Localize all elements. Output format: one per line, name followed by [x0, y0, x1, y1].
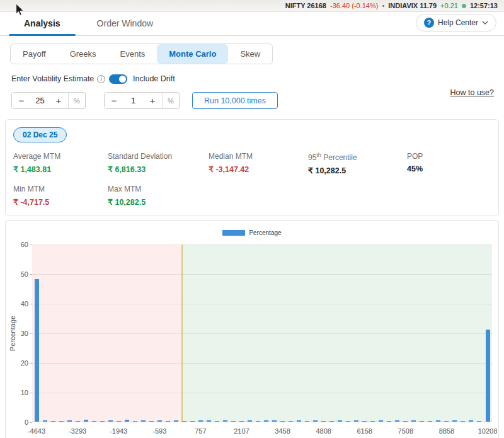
histogram-bar[interactable] — [346, 421, 350, 422]
x-tick-label: 757 — [195, 427, 206, 435]
histogram-bar[interactable] — [182, 421, 186, 422]
histogram-bar[interactable] — [67, 420, 72, 422]
histogram-bar[interactable] — [141, 420, 146, 422]
histogram-bar[interactable] — [51, 421, 55, 422]
histogram-bar[interactable] — [264, 420, 268, 422]
histogram-bar[interactable] — [436, 420, 440, 422]
stat-standard-deviation: Standard Deviation₹ 6,816.33 — [108, 152, 209, 175]
histogram-bar[interactable] — [207, 420, 211, 422]
stat-label: Max MTM — [108, 185, 209, 193]
stat-value: ₹ 10,282.5 — [108, 197, 209, 207]
histogram-bar[interactable] — [76, 421, 80, 422]
histogram-bar[interactable] — [92, 421, 96, 422]
histogram-bar[interactable] — [215, 421, 219, 422]
volatility-increment-button[interactable]: + — [49, 93, 68, 108]
volatility-decrement-button[interactable]: − — [12, 93, 31, 108]
histogram-bar[interactable] — [411, 420, 416, 422]
histogram-bar[interactable] — [149, 421, 154, 422]
histogram-bar[interactable] — [387, 421, 391, 422]
histogram-bar[interactable] — [370, 421, 375, 422]
subtab-payoff[interactable]: Payoff — [11, 44, 58, 64]
y-tick-label: 0 — [7, 418, 28, 426]
histogram-bar[interactable] — [59, 421, 64, 422]
stat-min-mtm: Min MTM₹ -4,717.5 — [13, 185, 108, 207]
subtab-events[interactable]: Events — [108, 44, 158, 64]
include-drift-toggle[interactable] — [109, 74, 127, 84]
subtab-greeks[interactable]: Greeks — [58, 44, 108, 64]
histogram-bar[interactable] — [84, 420, 88, 422]
expiry-date-chip[interactable]: 02 Dec 25 — [13, 127, 67, 142]
histogram-bar[interactable] — [125, 420, 129, 422]
drift-unit: % — [162, 93, 179, 108]
histogram-bar[interactable] — [338, 420, 342, 422]
y-tick-mark — [30, 333, 32, 334]
histogram-bar[interactable] — [428, 421, 432, 422]
histogram-bar[interactable] — [100, 421, 105, 422]
histogram-bar[interactable] — [166, 421, 170, 422]
run-simulation-button[interactable]: Run 10,000 times — [192, 92, 278, 109]
x-tick-label: 7508 — [398, 427, 413, 435]
histogram-bar[interactable] — [486, 330, 490, 422]
drift-increment-button[interactable]: + — [143, 93, 162, 108]
stat-pop: POP45% — [407, 152, 483, 175]
histogram-plot-area: Percentage 0102030405060-4643-3293-1943-… — [32, 245, 492, 422]
histogram-bar[interactable] — [231, 421, 236, 422]
histogram-bar[interactable] — [461, 421, 465, 422]
info-icon[interactable]: i — [97, 75, 105, 83]
stat-95: 95th Percentile₹ 10,282.5 — [308, 152, 407, 175]
histogram-bar[interactable] — [444, 421, 449, 422]
drift-value[interactable]: 1 — [123, 93, 143, 108]
histogram-bar[interactable] — [379, 420, 383, 422]
histogram-bar[interactable] — [305, 421, 309, 422]
histogram-bar[interactable] — [35, 279, 39, 422]
x-tick-label: 10208 — [478, 427, 498, 435]
histogram-bar[interactable] — [395, 420, 399, 422]
how-to-use-link[interactable]: How to use? — [450, 88, 494, 97]
histogram-bar[interactable] — [133, 421, 137, 422]
histogram-bar[interactable] — [403, 421, 408, 422]
volatility-value[interactable]: 25 — [31, 93, 49, 108]
mtm-histogram-card: Percentage Percentage 0102030405060-4643… — [5, 220, 499, 438]
histogram-bar[interactable] — [198, 420, 203, 422]
histogram-bar[interactable] — [321, 421, 326, 422]
live-status-dot-icon — [462, 4, 466, 8]
header: AnalysisOrder Window ? Help Center — [0, 12, 504, 36]
histogram-bar[interactable] — [272, 420, 277, 422]
help-center-label: Help Center — [438, 18, 478, 27]
histogram-bar[interactable] — [420, 421, 424, 422]
histogram-bar[interactable] — [297, 420, 301, 422]
histogram-bar[interactable] — [108, 420, 113, 422]
gridline — [32, 245, 492, 245]
histogram-bar[interactable] — [223, 420, 227, 422]
drift-decrement-button[interactable]: − — [105, 93, 123, 108]
histogram-bar[interactable] — [239, 421, 244, 422]
toggle-knob — [119, 76, 126, 83]
x-tick-label: -593 — [152, 427, 166, 435]
indiavix-change: +0.21 — [440, 2, 458, 9]
histogram-bar[interactable] — [158, 420, 162, 422]
histogram-bar[interactable] — [452, 420, 457, 422]
histogram-bar[interactable] — [248, 420, 252, 422]
help-center-button[interactable]: ? Help Center — [416, 14, 496, 32]
histogram-bar[interactable] — [469, 420, 473, 422]
histogram-bar[interactable] — [43, 420, 47, 422]
stat-label: Average MTM — [13, 152, 108, 161]
histogram-bar[interactable] — [117, 421, 121, 422]
histogram-bar[interactable] — [174, 420, 178, 422]
histogram-bar[interactable] — [256, 421, 260, 422]
histogram-bar[interactable] — [354, 420, 358, 422]
x-tick-label: 6158 — [357, 427, 372, 435]
histogram-bar[interactable] — [313, 420, 318, 422]
histogram-bar[interactable] — [190, 421, 195, 422]
chart-legend[interactable]: Percentage — [6, 229, 498, 236]
histogram-bar[interactable] — [289, 421, 293, 422]
histogram-bar[interactable] — [280, 421, 285, 422]
main-tab-order-window[interactable]: Order Window — [82, 13, 168, 35]
histogram-bar[interactable] — [362, 421, 367, 422]
subtab-skew[interactable]: Skew — [228, 44, 272, 64]
histogram-bar[interactable] — [329, 421, 334, 422]
chevron-down-icon — [482, 21, 488, 25]
histogram-bar[interactable] — [477, 421, 481, 422]
stat-value: 45% — [407, 164, 483, 173]
subtab-monte-carlo[interactable]: Monte Carlo — [157, 44, 228, 64]
